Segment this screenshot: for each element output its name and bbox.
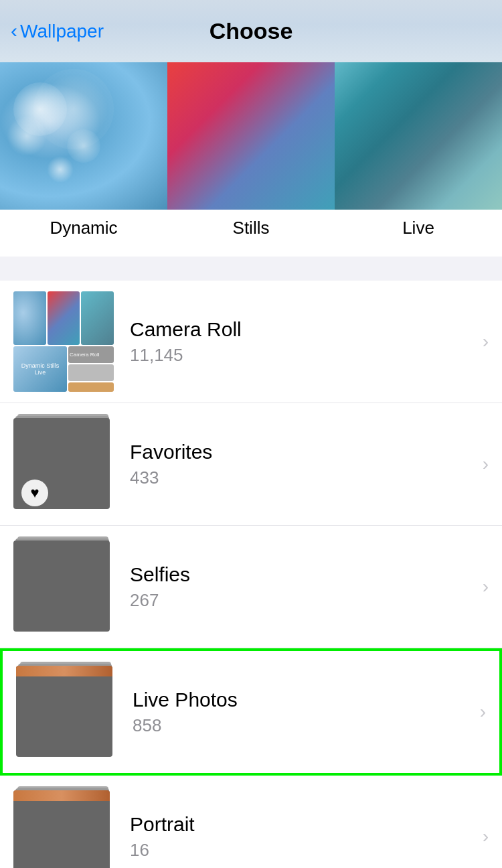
dynamic-label: Dynamic	[50, 218, 117, 238]
album-item-live-photos[interactable]: Live Photos 858 ›	[0, 648, 502, 776]
page-title: Choose	[210, 18, 293, 44]
chevron-right-icon: ›	[483, 576, 489, 597]
back-label: Wallpaper	[20, 21, 104, 42]
live-photos-name: Live Photos	[133, 689, 475, 711]
selfies-thumbnail	[13, 536, 114, 637]
favorites-thumbnail: ♥	[13, 414, 114, 514]
wallpaper-type-stills[interactable]: Stills	[167, 62, 335, 257]
section-spacer	[0, 257, 502, 281]
portrait-thumbnail	[13, 786, 114, 868]
dynamic-thumbnail	[0, 62, 167, 210]
live-thumbnail	[335, 62, 502, 210]
camera-roll-count: 11,145	[130, 345, 477, 366]
portrait-count: 16	[130, 840, 477, 861]
chevron-right-icon: ›	[480, 701, 486, 723]
navigation-header: ‹ Wallpaper Choose	[0, 0, 502, 62]
favorites-info: Favorites 433	[130, 441, 477, 488]
album-list: Dynamic Stills Live Camera Roll Camera R…	[0, 281, 502, 868]
heart-icon: ♥	[21, 480, 48, 506]
wallpaper-type-dynamic[interactable]: Dynamic	[0, 62, 167, 257]
selfies-name: Selfies	[130, 563, 477, 586]
wallpaper-type-grid: Dynamic Stills Live	[0, 62, 502, 257]
chevron-right-icon: ›	[483, 331, 489, 352]
live-photos-count: 858	[133, 715, 475, 736]
chevron-left-icon: ‹	[11, 21, 17, 41]
portrait-name: Portrait	[130, 813, 477, 836]
live-photos-thumbnail	[16, 662, 116, 762]
portrait-info: Portrait 16	[130, 813, 477, 861]
stills-thumbnail	[167, 62, 335, 210]
chevron-right-icon: ›	[483, 826, 489, 847]
stills-label: Stills	[233, 218, 270, 238]
camera-roll-info: Camera Roll 11,145	[130, 318, 477, 366]
live-label: Live	[402, 218, 434, 238]
album-item-favorites[interactable]: ♥ Favorites 433 ›	[0, 403, 502, 526]
favorites-count: 433	[130, 467, 477, 488]
wallpaper-type-live[interactable]: Live	[335, 62, 502, 257]
album-item-camera-roll[interactable]: Dynamic Stills Live Camera Roll Camera R…	[0, 281, 502, 403]
favorites-name: Favorites	[130, 441, 477, 463]
album-item-portrait[interactable]: Portrait 16 ›	[0, 776, 502, 868]
back-button[interactable]: ‹ Wallpaper	[11, 21, 104, 42]
selfies-info: Selfies 267	[130, 563, 477, 611]
live-photos-info: Live Photos 858	[133, 689, 475, 736]
chevron-right-icon: ›	[483, 453, 489, 475]
camera-roll-thumbnail: Dynamic Stills Live Camera Roll	[13, 291, 114, 392]
selfies-count: 267	[130, 590, 477, 611]
camera-roll-name: Camera Roll	[130, 318, 477, 341]
album-item-selfies[interactable]: Selfies 267 ›	[0, 526, 502, 648]
